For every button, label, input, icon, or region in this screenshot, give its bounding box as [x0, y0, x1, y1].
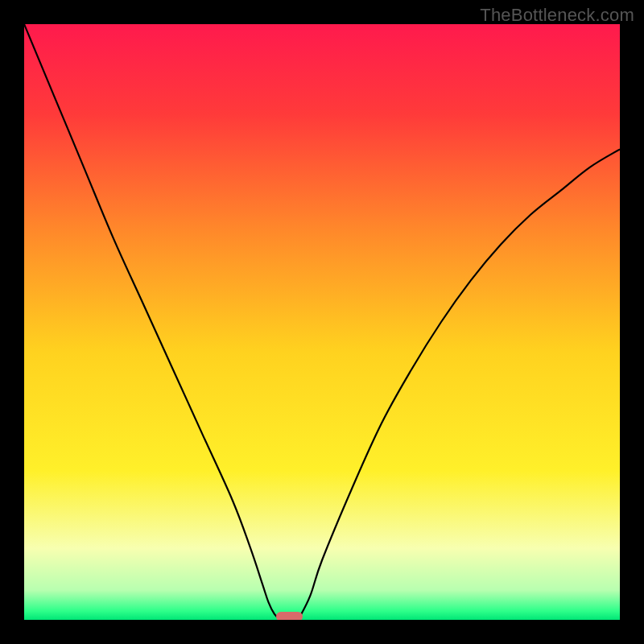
curve-right	[298, 149, 620, 620]
curve-left	[24, 24, 280, 620]
chart-frame: TheBottleneck.com	[0, 0, 644, 644]
watermark-text: TheBottleneck.com	[480, 5, 634, 26]
minimum-marker	[276, 612, 303, 620]
curve-layer	[24, 24, 620, 620]
plot-area	[24, 24, 620, 620]
